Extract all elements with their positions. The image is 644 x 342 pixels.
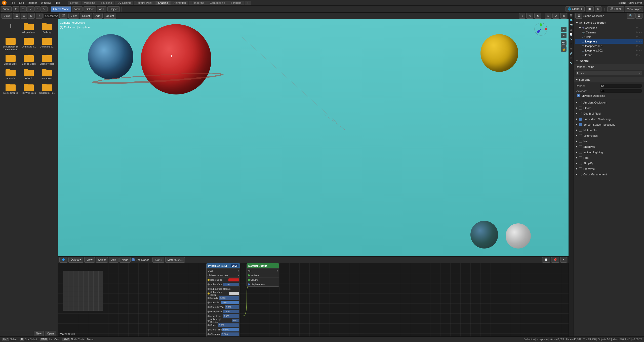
navigate-btn2[interactable]: ➡ xyxy=(20,6,27,12)
tab-texture-paint[interactable]: Texture Paint xyxy=(134,1,155,5)
vp-camera-btn[interactable]: 📷 xyxy=(561,40,567,46)
tab-shading[interactable]: Shading xyxy=(155,1,171,5)
prop-scene2-icon[interactable]: 🔧 xyxy=(569,37,573,41)
metallic-value[interactable]: 0.000 xyxy=(219,296,239,300)
prop-view-layer-icon[interactable]: 📑 xyxy=(569,32,573,37)
prop-scene-icon[interactable]: 🎬 xyxy=(569,13,573,18)
hair-checkbox[interactable] xyxy=(579,140,582,143)
viewport-samples-value[interactable]: 16 xyxy=(600,89,642,93)
view-btn[interactable]: View xyxy=(1,6,12,12)
collection-item-plane[interactable]: ▭ Plane 👁 ✓ · xyxy=(575,53,643,57)
principled-bsdf-node[interactable]: Principled BSDF BSDF GGX ▾ Christensen-B… xyxy=(206,263,240,336)
list-item[interactable]: Eigene Bilder xyxy=(2,53,19,66)
collection-item-icosphere001[interactable]: ⬡ Icosphere.001 👁 ✓ · xyxy=(575,44,643,48)
shader-editor-canvas[interactable]: Principled BSDF BSDF GGX ▾ Christensen-B… xyxy=(58,263,569,336)
shadows-checkbox[interactable] xyxy=(579,145,582,148)
material-btn[interactable]: Material.001 xyxy=(165,257,185,263)
use-nodes-checkbox[interactable]: ✓ xyxy=(132,258,135,261)
bloom-checkbox[interactable] xyxy=(579,107,582,110)
menu-file[interactable]: File xyxy=(9,0,17,5)
file-icons-btn[interactable]: ⊡ xyxy=(28,13,35,19)
tab-modeling[interactable]: Modeling xyxy=(82,1,98,5)
prop-constraints-icon[interactable]: 🔗 xyxy=(569,51,573,56)
viewport-denoising-checkbox[interactable]: ✓ xyxy=(577,94,580,97)
menu-edit[interactable]: Edit xyxy=(17,0,26,5)
render-engine-header[interactable]: Render Engine xyxy=(574,64,644,70)
dof-checkbox[interactable] xyxy=(579,112,582,115)
effect-volumetrics[interactable]: Volumetrics xyxy=(575,133,643,138)
effect-color-management[interactable]: Color Management xyxy=(575,172,643,177)
simplify-checkbox[interactable] xyxy=(579,162,582,165)
material-output-node[interactable]: Material Output All ▾ Surface Volume xyxy=(247,263,279,287)
se-editor-type[interactable]: 🔷 xyxy=(59,257,67,263)
outliner-type-btn[interactable]: ☰ xyxy=(575,13,582,19)
vp-zoom-out[interactable]: − xyxy=(561,33,567,38)
prop-modifiers-icon[interactable]: 🔩 xyxy=(569,61,573,65)
collection-item-circle[interactable]: ○ Circle 👁 ✓ · xyxy=(575,35,643,39)
transform-global-btn[interactable]: 🌐 Global ▾ xyxy=(566,6,585,12)
menu-help[interactable]: Help xyxy=(53,0,63,5)
il-checkbox[interactable] xyxy=(579,151,582,154)
prop-particles-icon[interactable]: ✦ xyxy=(569,42,573,46)
tab-layout[interactable]: Layout xyxy=(68,1,81,5)
icosphere002-visibility[interactable]: 👁 ✓ · xyxy=(636,49,642,52)
select-menu-btn[interactable]: Select xyxy=(84,6,96,12)
vp-object-btn[interactable]: Object xyxy=(104,13,116,19)
effect-subsurface-scattering[interactable]: Subsurface Scattering xyxy=(575,116,643,122)
prop-physics-icon[interactable]: ⚗ xyxy=(569,46,573,51)
list-item[interactable]: Command a... xyxy=(38,36,56,52)
se-copy-btn[interactable]: 📋 xyxy=(542,257,550,263)
view-menu-btn[interactable]: View xyxy=(72,6,83,12)
file-view-btn[interactable]: View xyxy=(2,13,12,19)
sheen-tint-value[interactable]: 0.500 xyxy=(222,328,239,331)
plane-visibility[interactable]: 👁 ✓ · xyxy=(636,54,642,56)
vp-select-btn[interactable]: Select xyxy=(80,13,92,19)
effect-depth-of-field[interactable]: Depth of Field xyxy=(575,111,643,116)
object-menu-btn[interactable]: Object xyxy=(107,6,120,12)
vp-editor-type[interactable]: 🎬 xyxy=(59,13,67,19)
list-item[interactable]: Eigene Musik xyxy=(20,53,37,66)
xray-btn[interactable]: ⊠ xyxy=(560,13,567,19)
sheen-value[interactable]: 0.000 xyxy=(218,323,239,327)
menu-render[interactable]: Render xyxy=(26,0,39,5)
list-item[interactable]: My Web Sites xyxy=(20,82,37,95)
viewport-3d[interactable]: Camera Perspective (1) Collection | Icos… xyxy=(58,19,569,256)
list-item[interactable]: IISExpress xyxy=(38,67,56,81)
camera-visibility[interactable]: 👁 ✓ · xyxy=(636,31,642,34)
roughness-value[interactable]: 0.500 xyxy=(223,310,239,313)
slot-btn[interactable]: Slot 1 xyxy=(152,257,164,263)
viewport-shading-solid[interactable]: ● xyxy=(519,13,525,19)
circle-visibility[interactable]: 👁 ✓ · xyxy=(636,36,642,38)
list-item[interactable]: Eigene Videos xyxy=(38,53,56,66)
file-grid-btn[interactable]: ⊞ xyxy=(21,13,27,19)
prop-output-icon[interactable]: 🖨 xyxy=(569,27,573,32)
collection-item-icosphere002[interactable]: ⬡ Icosphere.002 👁 ✓ · xyxy=(575,48,643,53)
navigate-btn[interactable]: ⬅ xyxy=(13,6,19,12)
view-layer-btn[interactable]: View Layer xyxy=(625,6,643,12)
vp-view-btn[interactable]: View xyxy=(68,13,79,19)
tab-add[interactable]: + xyxy=(245,1,251,5)
prop-object-icon[interactable]: ⬡ xyxy=(569,56,573,61)
list-item[interactable]: FontLab xyxy=(2,67,19,81)
prop-render-icon[interactable]: 📷 xyxy=(569,23,573,27)
effect-film[interactable]: Film xyxy=(575,155,643,161)
effect-hair[interactable]: Hair xyxy=(575,138,643,144)
icosphere-visibility[interactable]: 👁 ✓ · xyxy=(636,40,642,43)
se-pin-btn[interactable]: 📌 xyxy=(551,257,559,263)
base-color-swatch[interactable] xyxy=(228,278,239,281)
tab-uv-editing[interactable]: UV Editing xyxy=(115,1,133,5)
menu-window[interactable]: Window xyxy=(39,0,53,5)
effect-simplify[interactable]: Simplify xyxy=(575,161,643,166)
cm-checkbox[interactable] xyxy=(579,173,582,176)
effect-bloom[interactable]: Bloom xyxy=(575,105,643,111)
se-select-btn[interactable]: Select xyxy=(96,257,108,263)
se-object-btn[interactable]: Object ▾ xyxy=(68,257,83,263)
ao-checkbox[interactable] xyxy=(579,101,582,104)
render-engine-dropdown[interactable]: Eevee ▾ xyxy=(576,71,642,75)
list-item[interactable]: Meine Shapes xyxy=(2,82,19,95)
gizmo-btn[interactable]: ⊕ xyxy=(545,13,551,19)
tab-animation[interactable]: Animation xyxy=(171,1,188,5)
file-item-up[interactable]: ⬆ .. xyxy=(2,21,19,35)
anisotropic-value[interactable]: 0.000 xyxy=(223,314,239,318)
prop-world-icon[interactable]: 🌍 xyxy=(569,18,573,22)
